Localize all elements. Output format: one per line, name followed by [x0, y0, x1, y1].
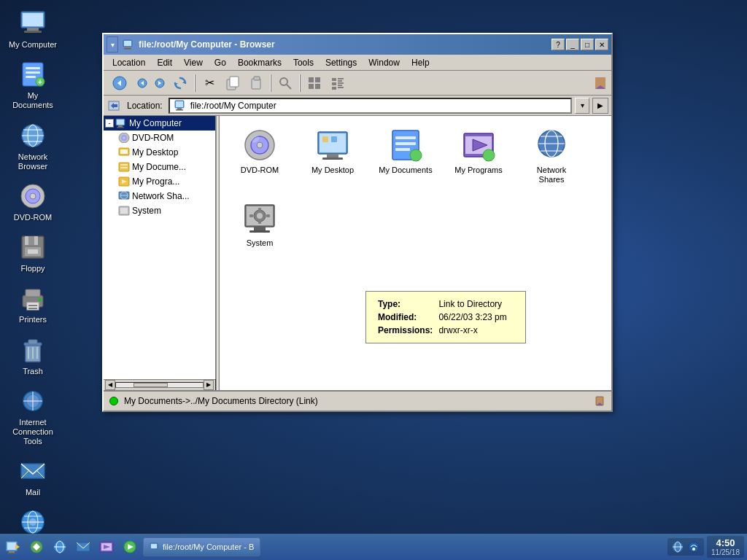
list-view-button[interactable] — [327, 73, 349, 93]
taskbar-clock: 4:50 11/25/18 — [707, 536, 744, 558]
svg-rect-142 — [249, 214, 253, 217]
svg-rect-54 — [124, 48, 131, 50]
menu-go[interactable]: Go — [209, 56, 232, 69]
search-button[interactable] — [274, 73, 296, 93]
tree-item-my-computer[interactable]: - My Computer — [104, 116, 215, 131]
desktop-icon-trash[interactable]: Trash — [4, 332, 62, 379]
icon-view-button[interactable] — [303, 73, 325, 93]
copy-button[interactable] — [222, 73, 244, 93]
paste-button[interactable] — [245, 73, 267, 93]
back-button[interactable] — [107, 73, 133, 93]
tooltip-type-value: Link to Directory — [436, 298, 509, 311]
svg-point-17 — [30, 193, 36, 199]
status-text: My Documents->../My Documents Directory … — [124, 396, 318, 406]
nav-back-button[interactable] — [134, 73, 150, 93]
file-icon-dvd-rom[interactable]: DVD-ROM — [227, 123, 293, 189]
desktop-icon-network-browser[interactable]: Network Browser — [4, 118, 62, 174]
desktop-icon-dvd-rom[interactable]: DVD-ROM — [4, 179, 62, 225]
tree-item-my-programs[interactable]: My Progra... — [104, 174, 215, 189]
svg-rect-121 — [395, 142, 416, 145]
svg-point-128 — [483, 149, 495, 161]
svg-rect-91 — [118, 125, 123, 127]
dvd-rom-label: DVD-ROM — [14, 213, 53, 222]
menu-location[interactable]: Location — [107, 56, 151, 69]
title-bar-dropdown[interactable]: ▾ — [107, 36, 118, 52]
tooltip-modified-value: 06/22/03 3:23 pm — [436, 311, 509, 324]
file-icon-my-desktop[interactable]: My Desktop — [300, 123, 365, 189]
desktop-icon-my-documents[interactable]: + My Documents — [4, 57, 62, 113]
tree-scroll-right[interactable]: ▶ — [204, 380, 214, 390]
desktop-icon-floppy[interactable]: Floppy — [4, 230, 62, 276]
taskbar-icon-2[interactable] — [26, 537, 47, 557]
cut-button[interactable]: ✂ — [198, 73, 220, 93]
svg-point-167 — [692, 548, 695, 551]
reload-button[interactable] — [169, 73, 191, 93]
tree-expand-my-computer[interactable]: - — [105, 119, 114, 128]
svg-rect-148 — [9, 551, 15, 553]
menu-bookmarks[interactable]: Bookmarks — [232, 56, 287, 69]
file-icon-system[interactable]: System — [227, 196, 293, 252]
svg-point-123 — [410, 149, 422, 161]
desktop-icon-mail[interactable]: Mail — [4, 454, 62, 500]
svg-rect-72 — [315, 84, 320, 89]
maximize-button[interactable]: □ — [581, 39, 594, 50]
tree-item-system[interactable]: System — [104, 203, 215, 218]
minimize-button[interactable]: _ — [566, 39, 579, 50]
svg-rect-23 — [28, 249, 38, 254]
tray-icon-1[interactable] — [670, 540, 685, 554]
menu-tools[interactable]: Tools — [287, 56, 320, 69]
tree-item-my-documents[interactable]: My Docume... — [104, 160, 215, 174]
tree-item-dvd-rom[interactable]: DVD-ROM — [104, 131, 215, 145]
file-label-network-shares: Network Shares — [523, 166, 580, 184]
help-button[interactable]: ? — [551, 39, 565, 50]
clock-time: 4:50 — [711, 537, 740, 548]
taskbar-icon-5[interactable] — [96, 537, 117, 557]
file-icon-my-programs[interactable]: My Programs — [446, 123, 511, 189]
tooltip-type-label: Type: — [375, 298, 436, 311]
taskbar-icon-6[interactable] — [120, 537, 140, 557]
toolbar-separator-1 — [194, 74, 196, 92]
svg-rect-120 — [395, 136, 416, 139]
location-input-wrapper[interactable]: file:/root/My Computer — [169, 98, 572, 114]
svg-rect-137 — [249, 230, 270, 233]
tray-icon-2[interactable] — [686, 540, 701, 554]
bookmark-side-button[interactable] — [592, 75, 608, 91]
tree-label-network-shares: Network Sha... — [132, 191, 190, 201]
taskbar-window-button[interactable]: file:/root/My Computer - B — [143, 537, 260, 556]
taskbar-icon-4[interactable] — [73, 537, 93, 557]
taskbar-icon-1[interactable] — [3, 537, 23, 557]
taskbar-icon-3[interactable] — [50, 537, 70, 557]
dvd-rom-file-icon — [242, 128, 277, 163]
toolbar-right — [592, 75, 608, 91]
svg-rect-100 — [120, 167, 128, 168]
desktop-icon-my-computer[interactable]: My Computer — [4, 6, 62, 52]
close-button[interactable]: ✕ — [595, 39, 608, 50]
menu-edit[interactable]: Edit — [151, 56, 178, 69]
desktop-icon-printers[interactable]: Printers — [4, 281, 62, 327]
taskbar-window-label: file:/root/My Computer - B — [163, 542, 254, 551]
menu-window[interactable]: Window — [363, 56, 406, 69]
file-icon-network-shares[interactable]: Network Shares — [519, 123, 584, 189]
svg-rect-140 — [258, 208, 261, 211]
file-label-system: System — [247, 238, 274, 248]
file-icon-my-documents[interactable]: My Documents — [373, 123, 438, 189]
my-documents-icon: + — [18, 60, 47, 89]
menu-help[interactable]: Help — [406, 56, 436, 69]
svg-rect-88 — [176, 109, 183, 111]
menu-settings[interactable]: Settings — [320, 56, 363, 69]
svg-rect-32 — [28, 340, 37, 344]
svg-rect-66 — [254, 77, 260, 80]
desktop-icon-internet-connection-tools[interactable]: Internet Connection Tools — [4, 384, 62, 450]
svg-rect-149 — [7, 553, 16, 554]
tree-item-network-shares[interactable]: Network Sha... — [104, 189, 215, 203]
status-bookmark-icon[interactable] — [594, 395, 605, 407]
tree-scroll-left[interactable]: ◀ — [105, 380, 115, 390]
location-dropdown-btn[interactable]: ▾ — [575, 98, 589, 114]
tree-icon-my-programs — [118, 176, 130, 187]
svg-rect-162 — [151, 544, 157, 548]
menu-view[interactable]: View — [178, 56, 209, 69]
tree-scroll-track[interactable] — [115, 382, 204, 388]
nav-forward-button[interactable] — [152, 73, 168, 93]
location-nav-btn[interactable]: ▶ — [592, 98, 608, 114]
tree-item-my-desktop[interactable]: My Desktop — [104, 145, 215, 160]
